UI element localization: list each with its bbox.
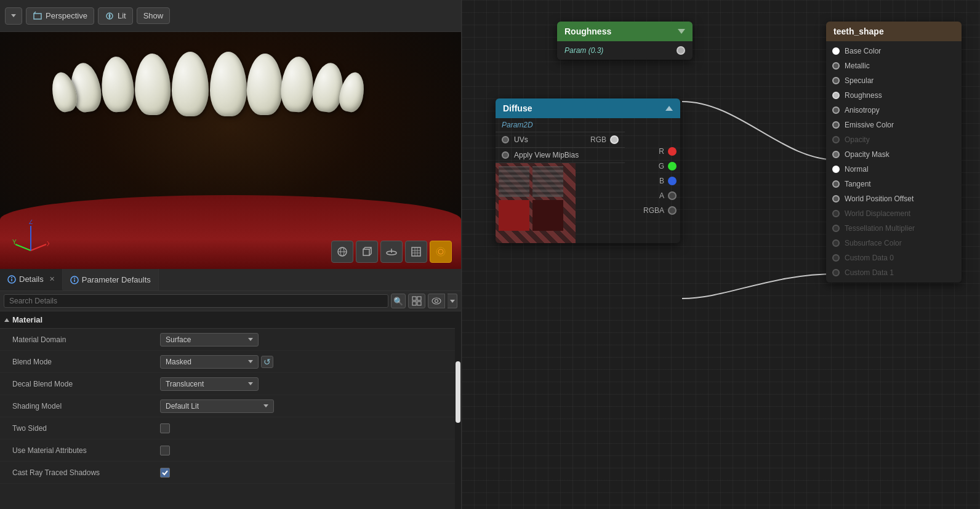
custom-data-0-input	[832, 254, 840, 262]
visibility-button[interactable]	[428, 294, 445, 308]
diffuse-thumbnail	[496, 163, 576, 243]
details-tabs: Details ✕ Parameter Defaults	[0, 269, 461, 291]
vp-icon-mesh[interactable]	[405, 241, 427, 263]
a-output-port[interactable]	[668, 191, 677, 200]
vp-icon-sphere[interactable]	[331, 241, 353, 263]
base-color-input[interactable]	[832, 47, 840, 55]
node-roughness[interactable]: Roughness Param (0.3)	[557, 22, 693, 60]
viewport-bottom-toolbar	[331, 241, 452, 263]
rgb-output-port[interactable]	[610, 135, 619, 144]
specular-input[interactable]	[832, 77, 840, 84]
svg-point-31	[435, 300, 438, 303]
port-opacity-mask: Opacity Mask	[826, 147, 962, 162]
anisotropy-input[interactable]	[832, 106, 840, 114]
roughness-input[interactable]	[832, 92, 840, 99]
normal-input[interactable]	[832, 166, 840, 173]
svg-text:X: X	[47, 241, 49, 247]
world-position-offset-input[interactable]	[832, 195, 840, 202]
roughness-output-port[interactable]	[677, 46, 685, 55]
svg-rect-17	[412, 247, 420, 256]
use-material-attributes-checkbox[interactable]	[160, 446, 170, 455]
g-channel-label: G	[659, 162, 664, 170]
vp-icon-plane[interactable]	[380, 241, 403, 263]
lit-button[interactable]: Lit	[98, 7, 133, 25]
g-channel-row: G	[629, 162, 677, 170]
show-button[interactable]: Show	[137, 7, 171, 24]
teeth-node-body: Base Color Metallic Specular Roughness A…	[826, 41, 962, 283]
roughness-node-header: Roughness	[557, 22, 693, 41]
a-channel-row: A	[629, 191, 677, 200]
section-title: Material	[12, 315, 42, 324]
tangent-input[interactable]	[832, 180, 840, 188]
port-custom-data-1: Custom Data 1	[826, 265, 962, 280]
shading-model-select[interactable]: Default Lit	[160, 399, 274, 413]
svg-point-22	[11, 277, 12, 278]
tessellation-multiplier-input	[832, 225, 840, 232]
svg-rect-13	[363, 249, 369, 255]
node-diffuse[interactable]: Diffuse Param2D UVs RGB Appl	[496, 98, 680, 243]
details-panel: Details ✕ Parameter Defaults 🔍	[0, 269, 461, 509]
mip-label: Apply View MipBias	[514, 151, 619, 159]
metallic-input[interactable]	[832, 62, 840, 70]
details-content: Material Material Domain Surface Blend M…	[0, 311, 455, 509]
port-opacity: Opacity	[826, 132, 962, 147]
prop-value-two-sided	[160, 423, 450, 433]
rgba-output-port[interactable]	[668, 206, 677, 215]
search-input[interactable]	[4, 294, 388, 308]
r-channel-label: R	[659, 147, 664, 156]
vp-icon-cube[interactable]	[356, 241, 378, 263]
svg-point-25	[74, 278, 75, 279]
g-output-port[interactable]	[668, 162, 677, 170]
prop-value-shading-model: Default Lit	[160, 399, 450, 413]
node-teeth-shape[interactable]: teeth_shape Base Color Metallic Specular	[826, 22, 962, 283]
port-specular: Specular	[826, 73, 962, 88]
prop-label-use-material-attributes: Use Material Attributes	[12, 446, 160, 455]
node-canvas[interactable]: Roughness Param (0.3) Diffuse Param2D	[462, 0, 980, 509]
diffuse-channels-col: R G B A RGBA	[625, 118, 680, 243]
right-panel: Roughness Param (0.3) Diffuse Param2D	[462, 0, 980, 509]
svg-line-6	[15, 244, 31, 250]
svg-text:Z: Z	[29, 220, 33, 225]
opacity-mask-input[interactable]	[832, 151, 840, 158]
viewport-canvas: X Y Z	[0, 32, 461, 269]
r-output-port[interactable]	[668, 147, 677, 156]
two-sided-checkbox[interactable]	[160, 423, 170, 433]
perspective-button[interactable]: Perspective	[26, 7, 94, 25]
diffuse-expand-arrow[interactable]	[665, 106, 673, 111]
material-domain-select[interactable]: Surface	[160, 333, 259, 347]
prop-label-cast-ray-traced-shadows: Cast Ray Traced Shadows	[12, 468, 160, 477]
port-subsurface-color: Subsurface Color	[826, 236, 962, 250]
grid-view-button[interactable]	[408, 294, 425, 308]
prop-value-blend-mode: Masked ↺	[160, 355, 450, 369]
tab-details[interactable]: Details ✕	[0, 269, 63, 291]
scrollbar-thumb[interactable]	[456, 361, 460, 423]
uvs-input-port[interactable]	[502, 136, 509, 143]
search-button[interactable]: 🔍	[391, 294, 406, 308]
mip-input-port[interactable]	[502, 151, 509, 159]
world-displacement-input	[832, 210, 840, 217]
blend-mode-reset[interactable]: ↺	[261, 356, 273, 368]
vp-icon-material[interactable]	[430, 241, 452, 263]
visibility-dropdown[interactable]	[448, 294, 457, 308]
emissive-color-input[interactable]	[832, 121, 840, 129]
tab-parameter-defaults[interactable]: Parameter Defaults	[63, 269, 159, 291]
prop-row-use-material-attributes: Use Material Attributes	[0, 439, 455, 462]
prop-value-cast-ray-traced-shadows	[160, 468, 450, 478]
roughness-subtitle: Param (0.3)	[564, 46, 603, 55]
prop-row-decal-blend-mode: Decal Blend Mode Translucent	[0, 373, 455, 395]
a-channel-label: A	[659, 191, 664, 200]
svg-rect-26	[412, 297, 416, 300]
port-anisotropy: Anisotropy	[826, 103, 962, 118]
viewport-dropdown-btn[interactable]	[5, 7, 22, 25]
custom-data-1-input	[832, 269, 840, 276]
roughness-collapse-arrow[interactable]	[678, 29, 685, 34]
material-section-header[interactable]: Material	[0, 311, 455, 329]
decal-blend-mode-select[interactable]: Translucent	[160, 377, 259, 391]
scrollbar-track[interactable]	[455, 311, 461, 509]
blend-mode-select[interactable]: Masked	[160, 355, 259, 369]
cast-ray-traced-shadows-checkbox[interactable]	[160, 468, 170, 478]
opacity-input	[832, 136, 840, 143]
b-output-port[interactable]	[668, 177, 677, 185]
prop-label-material-domain: Material Domain	[12, 335, 160, 344]
diffuse-subtitle: Param2D	[496, 118, 625, 132]
